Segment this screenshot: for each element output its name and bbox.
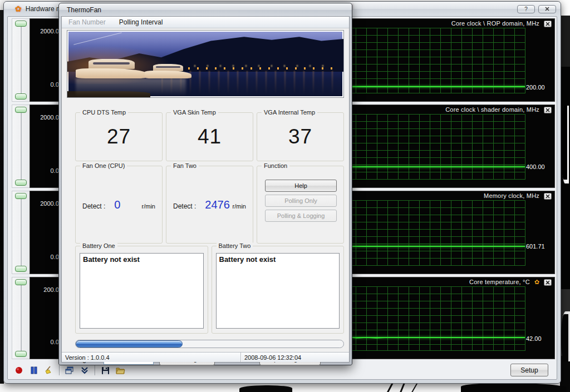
thermofan-body: Fan Number Polling Interval	[61, 16, 350, 363]
scale-slider	[12, 18, 30, 102]
group-label: Fan Two	[171, 162, 199, 169]
thermofan-titlebar[interactable]: ThermoFan	[59, 3, 352, 16]
slider-track	[20, 197, 22, 268]
menu-polling-interval[interactable]: Polling Interval	[112, 17, 170, 27]
save-floppy-icon[interactable]	[100, 365, 110, 375]
scale-slider	[12, 277, 30, 359]
cpu-dts-temp-group: CPU DTS Temp 27	[75, 112, 163, 161]
graph-title: Memory clock, MHz	[484, 192, 539, 199]
slider-handle-max[interactable]	[15, 279, 27, 285]
banner-photo	[67, 30, 344, 98]
graph-title: Core temperature, °C	[469, 279, 530, 285]
app-flower-icon: ✿	[15, 4, 22, 13]
close-button[interactable]	[538, 5, 556, 13]
graph-title: Core clock \ ROP domain, MHz	[451, 20, 539, 27]
close-icon	[545, 7, 549, 11]
slider-handle-min[interactable]	[15, 180, 27, 186]
slider-handle-max[interactable]	[15, 21, 27, 27]
close-icon[interactable]	[544, 193, 552, 200]
thermofan-statusbar: Version : 1.0.0.4 2008-09-06 12:32:04	[62, 352, 349, 362]
group-label: Fan One (CPU)	[80, 162, 127, 169]
slider-track	[20, 24, 22, 96]
help-icon: ?	[524, 6, 528, 12]
banner-boat-reflection	[76, 78, 186, 96]
thermofan-window: ThermoFan Fan Number Polling Interval	[58, 3, 352, 365]
battery-two-status: Battery not exist	[216, 253, 340, 329]
cascade-windows-icon[interactable]	[65, 365, 75, 375]
detect-label: Detect :	[173, 202, 196, 210]
help-button[interactable]: ?	[517, 5, 535, 13]
version-status: Version : 1.0.0.4	[62, 353, 241, 362]
group-label: Battery One	[80, 242, 117, 249]
slider-handle-max[interactable]	[15, 107, 27, 113]
battery-two-group: Battery Two Battery not exist	[212, 246, 345, 334]
vga-internal-temp-value: 37	[257, 113, 343, 161]
banner-boat	[76, 56, 148, 79]
current-value-label: 200.00	[526, 84, 552, 91]
wallpaper-shape	[561, 311, 570, 361]
close-icon[interactable]	[544, 21, 552, 27]
thermofan-menubar: Fan Number Polling Interval	[62, 17, 349, 28]
fan-one-group: Fan One (CPU) Detect : 0 r/min	[75, 166, 163, 244]
wallpaper-shape	[461, 383, 567, 392]
battery-one-status: Battery not exist	[80, 253, 204, 329]
group-label: Function	[262, 162, 289, 169]
close-icon[interactable]	[544, 107, 552, 113]
rpm-unit-label: r/min	[142, 203, 155, 210]
hardware-monitor-toolbar	[14, 365, 125, 375]
toolbar-separator	[59, 365, 60, 375]
polling-only-button[interactable]: Polling Only	[265, 195, 337, 207]
gear-flower-icon: ✿	[534, 279, 539, 286]
slider-handle-min[interactable]	[15, 266, 27, 272]
open-folder-icon[interactable]	[115, 365, 125, 375]
function-group: Function Help Polling Only Polling & Log…	[257, 166, 344, 244]
scale-slider	[12, 105, 30, 188]
banner-shore-lights	[194, 65, 327, 67]
hardware-monitor-title: Hardware m	[26, 5, 62, 13]
thermofan-title: ThermoFan	[67, 6, 101, 14]
slider-track	[20, 111, 22, 182]
menu-fan-number[interactable]: Fan Number	[62, 17, 112, 27]
banner-boat	[145, 61, 191, 78]
scale-slider	[12, 191, 30, 274]
battery-one-group: Battery One Battery not exist	[75, 246, 208, 334]
vga-skin-temp-group: VGA Skin Temp 41	[166, 112, 253, 161]
rpm-unit-label: r/min	[233, 203, 246, 210]
temperature-groups: CPU DTS Temp 27 VGA Skin Temp 41 VGA Int…	[75, 112, 344, 161]
vga-internal-temp-group: VGA Internal Temp 37	[257, 112, 344, 161]
clear-broom-icon[interactable]	[44, 365, 54, 375]
slider-handle-max[interactable]	[15, 193, 27, 199]
record-icon[interactable]	[14, 365, 24, 375]
collapse-all-chevron-icon[interactable]	[80, 365, 90, 375]
wallpaper-shape	[561, 106, 569, 183]
toolbar-separator	[95, 365, 95, 375]
slider-track	[20, 283, 22, 353]
current-value-label: 42.00	[526, 335, 552, 342]
slider-handle-min[interactable]	[15, 351, 27, 357]
vga-skin-temp-value: 41	[166, 113, 253, 161]
fan-two-rpm-value: 2476	[205, 199, 230, 211]
cpu-dts-temp-value: 27	[76, 113, 162, 161]
polling-progress-fill	[76, 340, 183, 348]
wallpaper-shape	[239, 385, 292, 392]
slider-handle-min[interactable]	[15, 93, 27, 100]
help-button[interactable]: Help	[265, 180, 337, 192]
timestamp-status: 2008-09-06 12:32:04	[241, 353, 349, 362]
fan-groups: Fan One (CPU) Detect : 0 r/min Fan Two D…	[75, 166, 344, 244]
current-value-label: 601.71	[526, 243, 552, 250]
polling-progress-bar	[75, 340, 344, 348]
graph-title: Core clock \ shader domain, MHz	[445, 106, 539, 113]
group-label: Battery Two	[217, 242, 253, 249]
polling-and-logging-button[interactable]: Polling & Logging	[265, 210, 337, 222]
detect-label: Detect :	[82, 202, 105, 210]
fan-one-rpm-value: 0	[114, 199, 120, 211]
pause-icon[interactable]	[29, 365, 39, 375]
current-value-label: 400.00	[526, 163, 552, 170]
close-icon[interactable]	[544, 279, 552, 286]
fan-two-group: Fan Two Detect : 2476 r/min	[166, 166, 253, 244]
battery-groups: Battery One Battery not exist Battery Tw…	[75, 246, 344, 334]
setup-button[interactable]: Setup	[510, 364, 548, 376]
